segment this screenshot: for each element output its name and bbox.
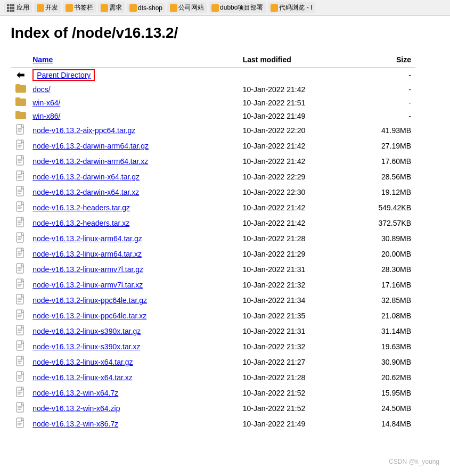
file-link[interactable]: node-v16.13.2-linux-armv7l.tar.gz [32,265,143,274]
modified-cell: 10-Jan-2022 21:51 [239,96,349,109]
file-link[interactable]: node-v16.13.2-linux-s390x.tar.gz [32,327,141,335]
folder-icon [15,111,26,119]
folder-bookmark-icon [129,4,137,12]
modified-cell: 10-Jan-2022 21:31 [239,323,349,339]
size-cell: - [349,83,415,96]
file-link[interactable]: node-v16.13.2-linux-arm64.tar.xz [32,250,142,258]
file-link[interactable]: node-v16.13.2-darwin-arm64.tar.xz [32,157,148,166]
table-row: node-v16.13.2-aix-ppc64.tar.gz10-Jan-202… [11,122,415,138]
size-cell: 30.90MB [349,354,415,370]
modified-header: Last modified [239,52,349,68]
modified-cell: 10-Jan-2022 21:42 [239,83,349,96]
folder-icon [15,97,26,106]
bookmark-item-0[interactable]: 应用 [4,2,32,13]
file-link[interactable]: node-v16.13.2-linux-x64.tar.xz [32,373,133,382]
modified-cell: 10-Jan-2022 22:20 [239,122,349,138]
table-row: node-v16.13.2-linux-ppc64le.tar.gz10-Jan… [11,292,415,308]
row-icon-cell [11,231,28,246]
row-icon-cell [11,354,28,370]
size-cell: 549.42KB [349,200,415,215]
file-table-body: ⬅Parent Directory-docs/10-Jan-2022 21:42… [11,68,415,432]
size-cell: 20.62MB [349,370,415,385]
table-row: node-v16.13.2-darwin-x64.tar.gz10-Jan-20… [11,169,415,184]
modified-cell: 10-Jan-2022 21:49 [239,109,349,122]
table-row: win-x64/10-Jan-2022 21:51- [11,96,415,109]
file-link[interactable]: node-v16.13.2-linux-s390x.tar.xz [32,342,140,351]
table-row: ⬅Parent Directory- [11,68,415,83]
bookmark-item-1[interactable]: 开发 [34,2,61,13]
row-icon-cell [11,138,28,153]
bookmark-item-6[interactable]: dubbo项目部署 [209,2,266,13]
modified-cell: 10-Jan-2022 21:42 [239,200,349,215]
modified-cell: 10-Jan-2022 21:42 [239,215,349,231]
file-link[interactable]: node-v16.13.2-headers.tar.gz [32,203,130,212]
table-row: node-v16.13.2-linux-arm64.tar.gz10-Jan-2… [11,231,415,246]
file-icon [16,174,26,183]
modified-cell: 10-Jan-2022 21:34 [239,292,349,308]
table-row: node-v16.13.2-darwin-arm64.tar.xz10-Jan-… [11,153,415,169]
table-row: node-v16.13.2-linux-s390x.tar.xz10-Jan-2… [11,339,415,354]
file-link[interactable]: node-v16.13.2-linux-arm64.tar.gz [32,234,142,243]
file-link[interactable]: node-v16.13.2-aix-ppc64.tar.gz [32,126,135,135]
file-link[interactable]: node-v16.13.2-win-x86.7z [32,420,118,428]
row-icon-cell [11,277,28,292]
row-icon-cell [11,96,28,109]
table-row: node-v16.13.2-headers.tar.gz10-Jan-2022 … [11,200,415,215]
file-link[interactable]: win-x86/ [32,112,60,120]
name-sort-link[interactable]: Name [32,55,53,64]
bookmark-item-2[interactable]: 书签栏 [63,2,96,13]
row-icon-cell [11,169,28,184]
bookmark-label: 应用 [17,3,29,12]
file-icon [16,220,26,229]
row-icon-cell [11,83,28,96]
size-cell: - [349,96,415,109]
file-icon [16,190,26,198]
bookmark-item-4[interactable]: dts-shop [127,3,165,13]
table-row: node-v16.13.2-linux-armv7l.tar.xz10-Jan-… [11,277,415,292]
bookmark-item-5[interactable]: 公司网站 [167,2,207,13]
bookmark-item-3[interactable]: 需求 [98,2,125,13]
file-link[interactable]: node-v16.13.2-darwin-x64.tar.xz [32,188,139,196]
table-row: node-v16.13.2-linux-x64.tar.xz10-Jan-202… [11,370,415,385]
size-cell: 32.85MB [349,292,415,308]
parent-dir-link[interactable]: Parent Directory [37,71,91,79]
file-link[interactable]: node-v16.13.2-linux-ppc64le.tar.xz [32,311,146,320]
file-link[interactable]: node-v16.13.2-win-x64.7z [32,389,118,397]
table-row: node-v16.13.2-darwin-arm64.tar.gz10-Jan-… [11,138,415,153]
file-icon [16,359,26,368]
file-link[interactable]: node-v16.13.2-win-x64.zip [32,404,120,413]
size-cell: 31.14MB [349,323,415,339]
size-cell: 19.63MB [349,339,415,354]
size-cell: 27.19MB [349,138,415,153]
page-title: Index of /node/v16.13.2/ [11,24,439,42]
modified-cell: 10-Jan-2022 21:42 [239,138,349,153]
modified-cell [239,68,349,83]
table-row: win-x86/10-Jan-2022 21:49- [11,109,415,122]
table-row: node-v16.13.2-win-x64.7z10-Jan-2022 21:5… [11,385,415,400]
row-icon-cell [11,261,28,277]
file-link[interactable]: node-v16.13.2-darwin-x64.tar.gz [32,173,140,181]
file-link[interactable]: win-x64/ [32,99,60,107]
table-header-row: Name Last modified Size [11,52,415,68]
table-row: node-v16.13.2-linux-ppc64le.tar.xz10-Jan… [11,308,415,323]
file-link[interactable]: docs/ [32,85,50,94]
file-icon [16,421,26,430]
file-link[interactable]: node-v16.13.2-linux-armv7l.tar.xz [32,281,143,289]
modified-cell: 10-Jan-2022 22:29 [239,169,349,184]
file-link[interactable]: node-v16.13.2-darwin-arm64.tar.gz [32,142,149,150]
folder-bookmark-icon [211,4,219,12]
file-icon [16,159,26,167]
row-icon-cell [11,122,28,138]
bookmark-label: 开发 [45,3,58,12]
file-listing-table: Name Last modified Size ⬅Parent Director… [11,52,415,431]
file-link[interactable]: node-v16.13.2-linux-x64.tar.gz [32,358,133,366]
row-icon-cell: ⬅ [11,68,28,83]
bookmark-label: 书签栏 [74,3,93,12]
file-link[interactable]: node-v16.13.2-headers.tar.xz [32,219,129,227]
file-link[interactable]: node-v16.13.2-linux-ppc64le.tar.gz [32,296,147,305]
name-header: Name [28,52,239,68]
size-cell: 28.30MB [349,261,415,277]
row-icon-cell [11,246,28,261]
size-cell: 17.60MB [349,153,415,169]
bookmark-item-7[interactable]: 代码浏览 - I [268,2,315,13]
